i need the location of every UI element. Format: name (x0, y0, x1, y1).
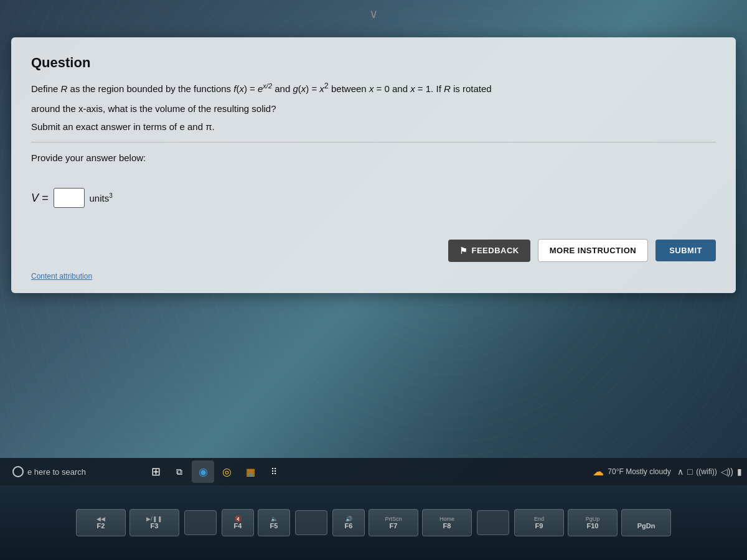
question-card: Question Define R as the region bounded … (11, 37, 736, 293)
sub-instruction: Submit an exact answer in terms of e and… (31, 121, 716, 132)
feedback-button[interactable]: ⚑ FEEDBACK (448, 240, 530, 262)
question-text-2: around the x-axis, what is the volume of… (31, 101, 716, 116)
text-region: as the region bounded by the functions (70, 83, 234, 94)
key-separator-2 (295, 510, 327, 535)
keyboard-area: ◀◀ F2 ▶/❚❚ F3 🔇 F4 🔈 F5 🔊 F6 PrtScn F7 H… (0, 485, 747, 560)
weather-badge: ☁ 70°F Mostly cloudy (593, 465, 671, 478)
keyboard-row: ◀◀ F2 ▶/❚❚ F3 🔇 F4 🔈 F5 🔊 F6 PrtScn F7 H… (76, 509, 671, 536)
search-label: e here to search (27, 467, 86, 477)
taskbar-edge-icon[interactable]: ◉ (192, 460, 214, 483)
provide-label: Provide your answer below: (31, 152, 716, 163)
submit-button[interactable]: SUBMIT (655, 240, 716, 261)
content-attribution[interactable]: Content attribution (31, 272, 716, 281)
taskbar-windows-icon[interactable]: ⊞ (144, 460, 167, 483)
search-circle-icon (12, 466, 24, 477)
taskbar-icons: ⊞ ⧉ ◉ ◎ ▦ ⠿ (144, 460, 285, 483)
weather-text: 70°F Mostly cloudy (608, 467, 671, 476)
key-f3[interactable]: ▶/❚❚ F3 (129, 509, 179, 536)
units-label: units3 (90, 192, 113, 203)
sys-icons: ∧ □ ((wifi)) ◁)) ▮ (677, 467, 742, 477)
v-label: V = (31, 192, 49, 205)
text-define: Define (31, 83, 61, 94)
taskbar-chrome-icon[interactable]: ◎ (215, 460, 238, 483)
key-f8[interactable]: Home F8 (422, 509, 472, 536)
speaker-icon[interactable]: ◁)) (721, 467, 733, 477)
taskbar-grid-icon[interactable]: ⠿ (263, 460, 285, 483)
taskbar-files-icon[interactable]: ▦ (239, 460, 261, 483)
wifi-icon[interactable]: ((wifi)) (696, 467, 716, 476)
top-chevron-icon[interactable]: ∨ (369, 6, 378, 21)
more-instruction-button[interactable]: MORE INSTRUCTION (538, 239, 648, 262)
key-f9[interactable]: End F9 (514, 509, 564, 536)
key-pgdn[interactable]: PgDn (621, 509, 671, 536)
taskbar-search[interactable]: e here to search (5, 464, 142, 480)
taskbar-right: ☁ 70°F Mostly cloudy ∧ □ ((wifi)) ◁)) ▮ (593, 465, 742, 478)
notification-icon[interactable]: □ (687, 467, 692, 477)
taskbar: e here to search ⊞ ⧉ ◉ ◎ ▦ ⠿ ☁ 70°F Most… (0, 458, 747, 485)
chevron-up-icon[interactable]: ∧ (677, 467, 684, 477)
answer-row: V = units3 (31, 188, 716, 208)
key-f5[interactable]: 🔈 F5 (258, 509, 290, 536)
key-separator-1 (184, 510, 217, 535)
flag-icon: ⚑ (459, 246, 468, 256)
key-separator-3 (477, 510, 509, 535)
key-f4[interactable]: 🔇 F4 (222, 509, 254, 536)
question-title: Question (31, 55, 716, 71)
key-f7[interactable]: PrtScn F7 (369, 509, 418, 536)
question-text: Define R as the region bounded by the fu… (31, 80, 716, 96)
text-R: R (61, 83, 68, 94)
key-f10[interactable]: PgUp F10 (568, 509, 618, 536)
taskbar-task-view-icon[interactable]: ⧉ (168, 460, 190, 483)
key-f2[interactable]: ◀◀ F2 (76, 509, 126, 536)
battery-icon[interactable]: ▮ (737, 467, 742, 477)
answer-input[interactable] (54, 188, 85, 208)
key-f6[interactable]: 🔊 F6 (332, 509, 365, 536)
button-row: ⚑ FEEDBACK MORE INSTRUCTION SUBMIT (31, 239, 716, 262)
weather-icon: ☁ (593, 465, 604, 478)
divider-1 (31, 142, 716, 142)
